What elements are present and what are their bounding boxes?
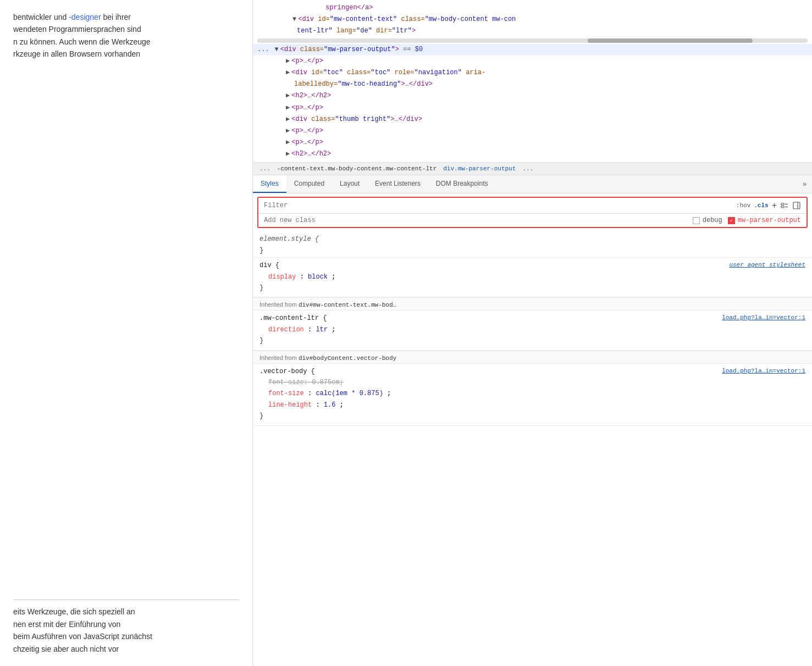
dom-line: ▶ <p> … </p>	[253, 102, 812, 114]
styles-tabs: Styles Computed Layout Event Listeners D…	[253, 175, 812, 193]
debug-class-item: debug	[693, 217, 722, 224]
left-bottom-line1: eits Werkzeuge, die sich speziell an	[13, 607, 135, 616]
font-size-old-prop: font-size: 0.875em;	[268, 379, 344, 386]
filter-buttons: :hov .cls +	[736, 201, 801, 210]
mw-content-ltr-section: .mw-content-ltr { load.php?la…in=vector:…	[253, 310, 812, 350]
element-style-rule: element.style { }	[259, 234, 805, 256]
dom-triangle[interactable]: ▼	[292, 14, 296, 25]
left-bottom-line2: nen erst mit der Einführung von	[13, 620, 120, 629]
add-class-icon[interactable]: +	[772, 201, 777, 210]
left-content-bottom: eits Werkzeuge, die sich speziell an nen…	[13, 606, 239, 655]
tab-more-chevron[interactable]: »	[797, 176, 812, 192]
dom-tag: springen</a>	[325, 3, 373, 13]
div-selector: div {	[259, 262, 279, 269]
dom-line: ▶ <div class="thumb tright" > … </div>	[253, 114, 812, 125]
debug-class-label: debug	[703, 217, 722, 224]
font-size-prop: font-size	[268, 390, 304, 397]
add-class-input[interactable]	[264, 217, 687, 224]
svg-rect-4	[793, 202, 800, 209]
mw-content-ltr-rule: .mw-content-ltr { load.php?la…in=vector:…	[259, 313, 805, 346]
left-panel: bentwickler und -designer bei ihrer wend…	[0, 0, 253, 666]
dom-line: labelledby="mw-toc-heading" > … </div>	[253, 79, 812, 90]
left-content-top: bentwickler und -designer bei ihrer wend…	[13, 11, 239, 60]
cls-button[interactable]: .cls	[754, 202, 768, 209]
dom-line: ▼ <div id="mw-content-text" class="mw-bo…	[253, 14, 812, 25]
filter-row: :hov .cls +	[258, 198, 807, 214]
dom-tag-div: <div	[298, 14, 318, 25]
mw-content-ltr-selector: .mw-content-ltr {	[259, 314, 327, 322]
div-display-val: block	[308, 273, 328, 281]
dom-line: ▶ <div id="toc" class="toc" role="naviga…	[253, 67, 812, 79]
element-style-section: element.style { }	[253, 231, 812, 258]
breadcrumb-dots: ...	[259, 165, 270, 172]
inherited-selector-2[interactable]: div#bodyContent.vector-body	[299, 355, 396, 362]
filter-section: :hov .cls +	[257, 197, 808, 228]
left-text-line2: wendeten Programmiersprachen sind	[13, 25, 141, 34]
dom-scrollbar-thumb[interactable]	[588, 38, 753, 43]
dom-line-selected[interactable]: ... ▼ <div class="mw-parser-output" > ==…	[253, 44, 812, 56]
line-height-prop: line-height	[268, 401, 312, 409]
force-state-icon[interactable]	[780, 201, 789, 210]
dom-line: ▶ <p> … </p>	[253, 137, 812, 148]
line-height-val: 1.6	[324, 401, 336, 409]
dom-line: ▶ <p> … </p>	[253, 125, 812, 137]
dom-triangle-selected[interactable]: ▼	[275, 45, 279, 55]
mw-parser-output-class-label: mw-parser-output	[738, 217, 801, 224]
left-text-line1: bentwickler und -designer bei ihrer	[13, 13, 131, 21]
mw-content-ltr-link[interactable]: load.php?la…in=vector:1	[722, 313, 805, 323]
tab-styles[interactable]: Styles	[253, 175, 286, 193]
classes-row: debug ✓ mw-parser-output	[258, 214, 807, 227]
devtools-panel: springen</a> ▼ <div id="mw-content-text"…	[253, 0, 812, 666]
dom-tree: springen</a> ▼ <div id="mw-content-text"…	[253, 0, 812, 163]
mw-parser-output-checkbox[interactable]: ✓	[728, 217, 735, 224]
left-text-line4: rkzeuge in allen Browsern vorhanden	[13, 49, 140, 58]
vector-body-rule: .vector-body { load.php?la…in=vector:1 f…	[259, 366, 805, 422]
svg-rect-1	[781, 206, 784, 208]
div-rule-section: div { user agent stylesheet display : bl…	[253, 258, 812, 297]
direction-val: ltr	[316, 326, 328, 334]
tab-dom-breakpoints[interactable]: DOM Breakpoints	[428, 175, 496, 193]
breadcrumb-current[interactable]: div.mw-parser-output	[443, 165, 516, 172]
direction-prop: direction	[268, 326, 304, 334]
div-rule: div { user agent stylesheet display : bl…	[259, 260, 805, 293]
svg-rect-0	[781, 203, 784, 205]
breadcrumb: ... -content-text.mw-body-content.mw-con…	[253, 163, 812, 175]
dom-line: ▶ <h2> … </h2>	[253, 90, 812, 102]
user-agent-link[interactable]: user agent stylesheet	[729, 260, 805, 270]
inherited-label-2: Inherited from div#bodyContent.vector-bo…	[253, 351, 812, 364]
left-bottom-line4: chzeitig sie aber auch nicht vor	[13, 645, 119, 653]
tab-computed[interactable]: Computed	[286, 175, 332, 193]
vector-body-section: .vector-body { load.php?la…in=vector:1 f…	[253, 364, 812, 426]
element-style-selector: element.style {	[259, 235, 319, 243]
dom-line: tent-ltr" lang="de" dir="ltr" >	[253, 25, 812, 37]
breadcrumb-more: ...	[522, 165, 533, 172]
hov-button[interactable]: :hov	[736, 202, 750, 209]
styles-panel: :hov .cls +	[253, 193, 812, 666]
mw-parser-output-class-item: ✓ mw-parser-output	[728, 217, 801, 224]
tab-event-listeners[interactable]: Event Listeners	[367, 175, 428, 193]
div-display-prop: display	[268, 273, 296, 281]
tab-layout[interactable]: Layout	[332, 175, 367, 193]
left-bottom-section: eits Werkzeuge, die sich speziell an nen…	[13, 594, 239, 655]
font-size-val: calc(1em * 0.875)	[316, 390, 383, 397]
dom-line: springen</a>	[253, 2, 812, 14]
left-text-line3: n zu können. Auch wenn die Werkzeuge	[13, 37, 151, 46]
vector-body-selector: .vector-body {	[259, 368, 315, 375]
debug-checkbox[interactable]	[693, 217, 700, 224]
breadcrumb-path[interactable]: -content-text.mw-body-content.mw-content…	[277, 165, 437, 172]
inherited-selector-1[interactable]: div#mw-content-text.mw-bod…	[299, 302, 396, 308]
designer-link[interactable]: -designer	[69, 13, 101, 21]
dom-scrollbar[interactable]	[257, 38, 808, 43]
filter-input[interactable]	[264, 202, 736, 209]
dom-line: ▶ <p> … </p>	[253, 56, 812, 67]
dom-line: ▶ <h2> … </h2>	[253, 148, 812, 160]
divider	[13, 600, 239, 600]
vector-body-link[interactable]: load.php?la…in=vector:1	[722, 366, 805, 376]
inherited-label-1: Inherited from div#mw-content-text.mw-bo…	[253, 297, 812, 310]
left-bottom-line3: beim Ausführen von JavaScript zunächst	[13, 632, 152, 641]
toggle-sidebar-icon[interactable]	[792, 201, 801, 210]
